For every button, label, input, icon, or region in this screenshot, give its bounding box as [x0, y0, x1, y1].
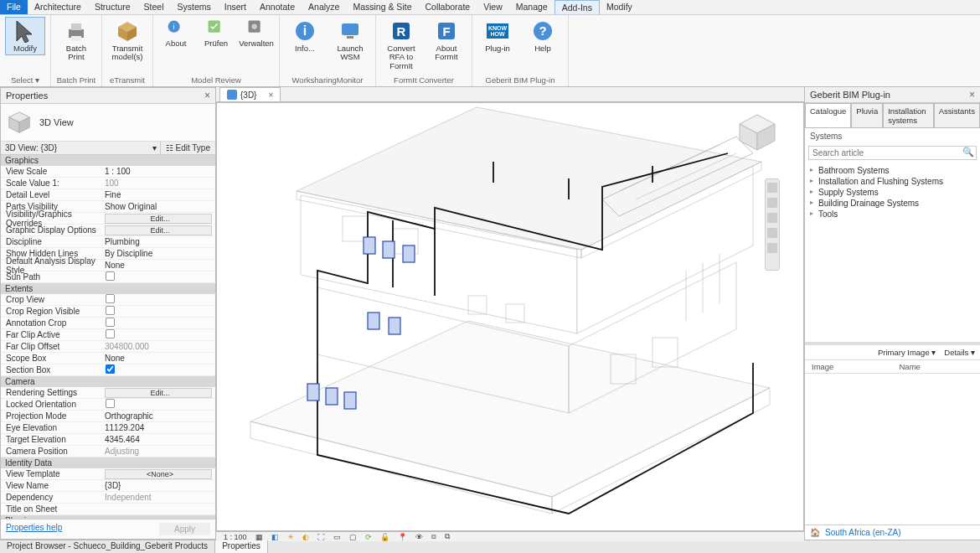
properties-help-link[interactable]: Properties help: [6, 523, 62, 535]
menu-tab-steel[interactable]: Steel: [137, 0, 171, 14]
ribbon-verwalten-button[interactable]: Verwalten: [239, 17, 274, 50]
ribbon-pr-fen-button[interactable]: Prüfen: [199, 17, 234, 50]
prop-value[interactable]: Fine: [101, 190, 215, 199]
prop-value[interactable]: Adjusting: [101, 447, 215, 456]
prop-value[interactable]: 4345.464: [101, 435, 215, 444]
prop-value[interactable]: [101, 271, 215, 283]
view-cube[interactable]: [736, 111, 778, 153]
sun-path-icon[interactable]: ☀: [285, 533, 297, 541]
nav-wheel-icon[interactable]: [767, 183, 777, 193]
show-crop-icon[interactable]: ▢: [347, 533, 359, 541]
tree-node-tools[interactable]: Tools: [808, 209, 977, 220]
checkbox[interactable]: [106, 399, 115, 408]
apply-button[interactable]: Apply: [159, 523, 210, 535]
prop-value[interactable]: Orthographic: [101, 411, 215, 421]
plugin-tab-assistants[interactable]: Assistants: [934, 103, 980, 127]
prop-value[interactable]: [101, 364, 215, 376]
prop-value[interactable]: 1 : 100: [101, 167, 215, 176]
menu-tab-architecture[interactable]: Architecture: [28, 0, 88, 14]
plugin-tab-installation-systems[interactable]: Installation systems: [883, 103, 934, 127]
ribbon-transmit-model-s--button[interactable]: Transmit model(s): [107, 17, 147, 65]
locale-label[interactable]: South Africa (en-ZA): [825, 528, 901, 537]
crop-icon[interactable]: ▭: [331, 533, 343, 541]
project-browser-tab[interactable]: Project Browser - Schueco_Building_Geber…: [0, 540, 215, 553]
tree-node-bathroom-systems[interactable]: Bathroom Systems: [808, 165, 977, 176]
ribbon-help-button[interactable]: ?Help: [523, 17, 563, 55]
prop-value[interactable]: {3D}: [101, 481, 215, 490]
prop-value[interactable]: Edit...: [105, 225, 212, 235]
plugin-tab-pluvia[interactable]: Pluvia: [851, 103, 883, 127]
prop-value[interactable]: Edit...: [105, 388, 212, 398]
menu-tab-systems[interactable]: Systems: [171, 0, 218, 14]
prop-value[interactable]: [101, 317, 215, 329]
checkbox[interactable]: [106, 329, 115, 339]
nav-orbit-icon[interactable]: [767, 228, 777, 238]
visual-style-icon[interactable]: ◧: [269, 533, 281, 541]
prop-value[interactable]: None: [101, 354, 215, 363]
menu-tab-structure[interactable]: Structure: [88, 0, 137, 14]
view-tab-3d[interactable]: {3D} ×: [219, 87, 281, 101]
scale-control[interactable]: 1 : 100: [221, 533, 250, 541]
checkbox[interactable]: [106, 318, 115, 327]
prop-value[interactable]: [101, 305, 215, 318]
nav-chevron-down-icon[interactable]: [767, 243, 777, 253]
prop-value[interactable]: 304800.000: [101, 342, 215, 351]
prop-value[interactable]: Show Original: [101, 202, 215, 211]
menu-tab-manage[interactable]: Manage: [509, 0, 554, 14]
menu-tab-annotate[interactable]: Annotate: [253, 0, 302, 14]
prop-value[interactable]: Independent: [101, 493, 215, 502]
nav-zoom-icon[interactable]: [767, 213, 777, 223]
menu-tab-massing-site[interactable]: Massing & Site: [346, 0, 418, 14]
checkbox[interactable]: [106, 306, 115, 315]
reveal-icon[interactable]: ⧈: [429, 532, 439, 541]
tree-node-supply-systems[interactable]: Supply Systems: [808, 187, 977, 198]
tag-icon[interactable]: ⧉: [442, 532, 452, 541]
instance-name[interactable]: 3D View: {3D}: [1, 142, 149, 154]
search-input[interactable]: [809, 147, 961, 159]
checkbox[interactable]: [106, 271, 115, 281]
nav-pan-icon[interactable]: [767, 198, 777, 208]
prop-value[interactable]: [101, 293, 215, 306]
prop-value[interactable]: [101, 328, 215, 341]
prop-value[interactable]: Plumbing: [101, 237, 215, 246]
menu-tab-modify[interactable]: Modify: [600, 0, 639, 14]
close-tab-icon[interactable]: ×: [268, 90, 273, 100]
close-icon[interactable]: ×: [969, 89, 975, 101]
plugin-tab-catalogue[interactable]: Catalogue: [805, 103, 851, 127]
primary-image-dropdown[interactable]: Primary Image ▾: [878, 348, 936, 357]
ribbon-convert-rfa-to-formit-button[interactable]: RConvert RFA to FormIt: [381, 17, 421, 73]
detail-level-icon[interactable]: ▦: [253, 533, 266, 541]
checkbox[interactable]: [106, 294, 115, 303]
render-icon[interactable]: ⛶: [315, 533, 328, 541]
lock-3d-icon[interactable]: ⟳: [363, 533, 374, 541]
tree-node-building-drainage-systems[interactable]: Building Drainage Systems: [808, 198, 977, 209]
tree-node-installation-and-flushing-systems[interactable]: Installation and Flushing Systems: [808, 176, 977, 187]
nav-bar-3d[interactable]: [765, 178, 780, 271]
ribbon-batch-print-button[interactable]: Batch Print: [56, 17, 96, 65]
home-icon[interactable]: 🏠: [810, 528, 820, 537]
prop-value[interactable]: <None>: [105, 469, 212, 479]
menu-tab-view[interactable]: View: [477, 0, 509, 14]
unlock-icon[interactable]: 🔓: [378, 533, 392, 541]
prop-value[interactable]: 100: [101, 178, 215, 188]
menu-tab-insert[interactable]: Insert: [218, 0, 253, 14]
prop-value[interactable]: Edit...: [105, 214, 212, 224]
menu-tab-collaborate[interactable]: Collaborate: [418, 0, 477, 14]
ribbon-about-formit-button[interactable]: FAbout FormIt: [426, 17, 467, 65]
edit-type-button[interactable]: ☷ Edit Type: [160, 142, 215, 154]
ribbon-plug-in-button[interactable]: KNOWHOWPlug-in: [477, 17, 518, 55]
close-icon[interactable]: ×: [204, 90, 210, 101]
details-dropdown[interactable]: Details ▾: [944, 348, 975, 357]
menu-tab-analyze[interactable]: Analyze: [302, 0, 346, 14]
prop-value[interactable]: None: [101, 261, 215, 270]
3d-canvas[interactable]: [216, 102, 804, 531]
prop-value[interactable]: 11129.204: [101, 423, 215, 432]
checkbox[interactable]: [106, 364, 115, 374]
ribbon-info--button[interactable]: iInfo...: [285, 17, 325, 55]
prop-value[interactable]: By Discipline: [101, 249, 215, 258]
ribbon-launch-wsm-button[interactable]: Launch WSM: [330, 17, 370, 65]
properties-tab[interactable]: Properties: [215, 540, 268, 553]
pin-icon[interactable]: 📍: [395, 533, 410, 541]
shadows-icon[interactable]: ◐: [300, 533, 312, 541]
ribbon-about-button[interactable]: iAbout: [158, 17, 193, 50]
